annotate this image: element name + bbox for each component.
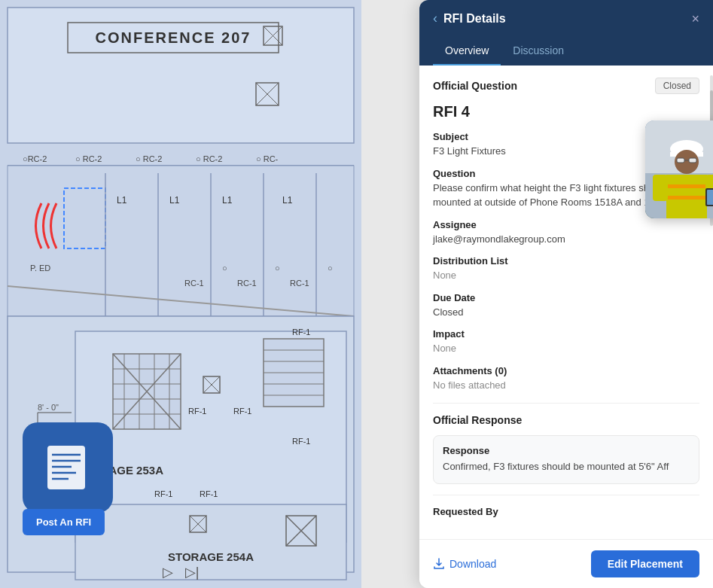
svg-text:○ RC-2: ○ RC-2 xyxy=(136,154,162,163)
field-due-date-value: Closed xyxy=(433,305,699,320)
svg-rect-87 xyxy=(677,158,684,163)
close-button[interactable]: × xyxy=(691,12,699,26)
svg-text:○: ○ xyxy=(275,264,280,273)
blueprint-area: CONFERENCE 207 ○RC-2 ○ RC-2 ○ RC-2 ○ RC-… xyxy=(0,0,361,588)
svg-rect-1 xyxy=(8,8,354,143)
svg-text:L1: L1 xyxy=(169,195,180,206)
back-button[interactable]: ‹ xyxy=(433,11,437,26)
field-requested-by: Requested By xyxy=(433,506,699,517)
svg-line-9 xyxy=(256,83,279,105)
worker-photo xyxy=(645,120,713,218)
svg-text:RF-1: RF-1 xyxy=(292,328,310,337)
edit-placement-label: Edit Placement xyxy=(608,558,683,570)
field-distribution-list: Distribution List None xyxy=(433,255,699,283)
field-assignee: Assignee jlake@raymondlakegroup.com xyxy=(433,219,699,247)
field-attachments-label: Attachments (0) xyxy=(433,365,699,376)
svg-text:RF-1: RF-1 xyxy=(154,489,172,498)
svg-rect-17 xyxy=(64,188,105,248)
svg-rect-91 xyxy=(666,184,707,188)
response-value: Confirmed, F3 fixtures should be mounted… xyxy=(443,459,690,474)
field-requested-by-label: Requested By xyxy=(433,506,699,517)
official-response-section: Official Response xyxy=(433,414,699,426)
svg-rect-48 xyxy=(264,339,324,407)
blueprint-icon xyxy=(23,422,113,513)
tab-overview[interactable]: Overview xyxy=(433,37,501,66)
svg-text:RC-1: RC-1 xyxy=(184,279,204,288)
playback-controls: ▷ ▷| xyxy=(163,564,200,580)
svg-text:○RC-2: ○RC-2 xyxy=(23,154,47,163)
post-rfi-button[interactable]: Post An RFI xyxy=(23,509,105,535)
svg-text:○ RC-2: ○ RC-2 xyxy=(75,154,102,163)
svg-rect-36 xyxy=(75,331,346,542)
divider-1 xyxy=(433,403,699,404)
svg-rect-93 xyxy=(653,175,668,201)
svg-line-74 xyxy=(286,516,316,546)
svg-text:RC-1: RC-1 xyxy=(290,279,309,288)
svg-text:RF-1: RF-1 xyxy=(292,437,310,446)
main-container: CONFERENCE 207 ○RC-2 ○ RC-2 ○ RC-2 ○ RC-… xyxy=(0,0,713,588)
svg-text:CONFERENCE  207: CONFERENCE 207 xyxy=(96,29,251,46)
svg-rect-16 xyxy=(8,166,354,316)
download-icon xyxy=(433,558,445,570)
tab-discussion[interactable]: Discussion xyxy=(501,37,576,66)
svg-text:RF-1: RF-1 xyxy=(188,407,206,416)
rfi-footer: Download Edit Placement xyxy=(419,539,713,588)
field-attachments: Attachments (0) No files attached xyxy=(433,365,699,393)
svg-text:L1: L1 xyxy=(282,195,293,206)
field-distribution-list-value: None xyxy=(433,268,699,283)
svg-rect-69 xyxy=(190,516,206,532)
official-response-title: Official Response xyxy=(433,414,699,426)
svg-rect-58 xyxy=(203,376,220,393)
svg-line-34 xyxy=(8,286,354,316)
svg-line-8 xyxy=(256,83,279,105)
field-distribution-list-label: Distribution List xyxy=(433,255,699,267)
svg-line-46 xyxy=(113,354,181,429)
field-assignee-label: Assignee xyxy=(433,219,699,230)
svg-rect-96 xyxy=(707,190,713,205)
svg-text:STORAGE 254A: STORAGE 254A xyxy=(168,550,254,563)
play-button[interactable]: ▷ xyxy=(163,564,173,580)
svg-line-70 xyxy=(190,516,206,532)
edit-placement-button[interactable]: Edit Placement xyxy=(591,550,699,577)
field-assignee-value: jlake@raymondlakegroup.com xyxy=(433,232,699,247)
svg-text:○ RC-2: ○ RC-2 xyxy=(196,154,222,163)
svg-line-60 xyxy=(203,376,220,393)
response-label: Response xyxy=(443,445,690,456)
svg-rect-92 xyxy=(666,196,707,200)
rfi-panel: ‹ RFI Details × Overview Discussion Offi… xyxy=(419,0,713,588)
rfi-header: ‹ RFI Details × xyxy=(419,0,713,37)
svg-rect-7 xyxy=(256,83,279,105)
svg-rect-72 xyxy=(286,516,316,546)
svg-text:L1: L1 xyxy=(117,195,127,206)
svg-text:L1: L1 xyxy=(222,195,233,206)
svg-rect-4 xyxy=(264,26,282,45)
svg-line-5 xyxy=(264,26,282,45)
field-impact-value: None xyxy=(433,341,699,356)
svg-line-47 xyxy=(113,354,181,429)
response-box: Response Confirmed, F3 fixtures should b… xyxy=(433,435,699,484)
field-impact-label: Impact xyxy=(433,328,699,340)
svg-line-73 xyxy=(286,516,316,546)
download-label: Download xyxy=(449,558,496,570)
svg-text:8' - 0": 8' - 0" xyxy=(38,403,59,412)
svg-line-6 xyxy=(264,26,282,45)
svg-rect-68 xyxy=(75,504,346,580)
field-due-date: Due Date Closed xyxy=(433,292,699,320)
svg-rect-2 xyxy=(68,23,279,53)
svg-text:○ RC-: ○ RC- xyxy=(256,154,279,163)
field-attachments-value: No files attached xyxy=(433,378,699,393)
field-impact: Impact None xyxy=(433,328,699,356)
divider-2 xyxy=(433,495,699,495)
rfi-panel-title: RFI Details xyxy=(443,12,506,26)
svg-text:P. ED: P. ED xyxy=(30,264,50,273)
status-badge: Closed xyxy=(655,78,699,94)
official-question-section-header: Official Question Closed xyxy=(433,78,699,94)
rfi-number: RFI 4 xyxy=(433,103,699,120)
official-question-title: Official Question xyxy=(433,80,517,92)
svg-line-59 xyxy=(203,376,220,393)
field-due-date-label: Due Date xyxy=(433,292,699,303)
svg-rect-88 xyxy=(689,158,696,163)
download-button[interactable]: Download xyxy=(433,558,496,570)
skip-button[interactable]: ▷| xyxy=(185,564,200,580)
svg-text:RF-1: RF-1 xyxy=(233,407,251,416)
